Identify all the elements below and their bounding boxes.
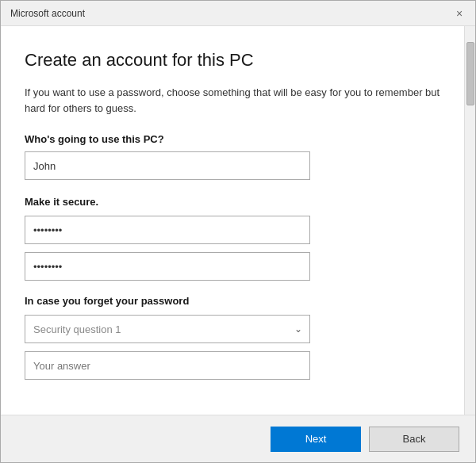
password-input[interactable]: [25, 216, 310, 244]
back-button[interactable]: Back: [369, 427, 459, 452]
forget-label: In case you forget your password: [25, 295, 440, 307]
main-content: Create an account for this PC If you wan…: [1, 26, 464, 415]
close-button[interactable]: ×: [450, 4, 469, 23]
next-button[interactable]: Next: [271, 427, 361, 452]
answer-input[interactable]: [25, 351, 310, 380]
page-description: If you want to use a password, choose so…: [25, 85, 440, 116]
window: Microsoft account × Create an account fo…: [0, 0, 476, 463]
username-input[interactable]: [25, 151, 310, 180]
security-question-wrapper: Security question 1 Security question 1 …: [25, 315, 310, 343]
security-question-select[interactable]: Security question 1 Security question 1 …: [25, 315, 310, 343]
footer: Next Back: [1, 415, 475, 462]
content-area: Create an account for this PC If you wan…: [1, 26, 475, 415]
scrollbar-thumb: [466, 42, 474, 105]
page-title: Create an account for this PC: [25, 50, 440, 71]
title-bar: Microsoft account ×: [1, 1, 475, 26]
confirm-password-input[interactable]: [25, 252, 310, 281]
username-label: Who's going to use this PC?: [25, 133, 440, 145]
secure-label: Make it secure.: [25, 196, 440, 208]
window-title: Microsoft account: [10, 8, 85, 19]
scrollbar[interactable]: [464, 26, 475, 415]
